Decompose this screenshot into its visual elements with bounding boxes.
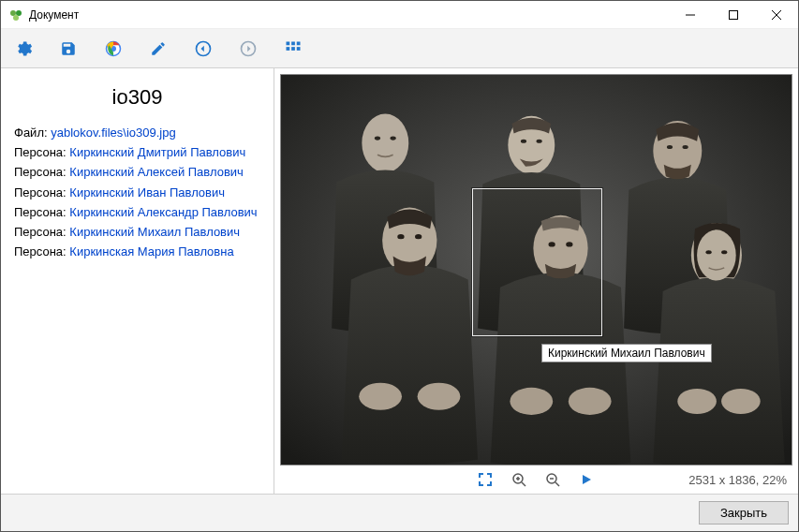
content-area: io309 Файл: yablokov.files\io309.jpg Пер…: [1, 68, 798, 494]
file-link[interactable]: yablokov.files\io309.jpg: [51, 126, 175, 140]
svg-point-28: [397, 234, 404, 239]
grid-view-button[interactable]: [278, 34, 308, 64]
fit-screen-button[interactable]: [475, 469, 496, 490]
face-selection-label: Киркинский Михаил Павлович: [541, 344, 712, 362]
person-label: Персона:: [14, 244, 69, 259]
svg-point-22: [521, 140, 526, 143]
svg-point-29: [415, 234, 422, 239]
svg-point-35: [510, 388, 553, 415]
svg-rect-13: [297, 41, 301, 45]
svg-point-30: [359, 383, 402, 410]
svg-line-44: [522, 482, 525, 486]
person-row: Персона: Киркинский Дмитрий Павлович: [14, 144, 260, 161]
svg-point-26: [683, 145, 688, 149]
file-label: Файл:: [14, 126, 48, 140]
viewer-toolbar: 2531 x 1836, 22%: [274, 466, 798, 494]
viewer: Киркинский Михаил Павлович 2531 x 1836, …: [274, 68, 798, 494]
svg-rect-4: [730, 10, 738, 19]
svg-point-0: [10, 10, 16, 16]
file-row: Файл: yablokov.files\io309.jpg: [14, 125, 260, 141]
svg-point-36: [569, 388, 612, 415]
svg-point-41: [677, 389, 717, 414]
person-row: Персона: Киркинский Александр Павлович: [14, 204, 260, 221]
svg-point-19: [375, 137, 380, 140]
image-status: 2531 x 1836, 22%: [688, 473, 787, 487]
save-button[interactable]: [53, 34, 83, 64]
svg-point-23: [537, 140, 542, 143]
svg-point-38: [697, 229, 736, 280]
maximize-button[interactable]: [712, 1, 755, 29]
svg-point-1: [16, 10, 22, 16]
person-link[interactable]: Киркинский Александр Павлович: [69, 205, 257, 219]
document-title: io309: [14, 85, 260, 110]
svg-point-42: [721, 389, 761, 414]
person-link[interactable]: Киркинский Алексей Павлович: [69, 165, 244, 179]
svg-rect-15: [291, 47, 295, 51]
person-label: Персона:: [14, 225, 69, 239]
forward-button[interactable]: [233, 34, 263, 64]
person-row: Персона: Киркинский Михаил Павлович: [14, 224, 260, 241]
close-window-button[interactable]: [755, 1, 798, 29]
close-button[interactable]: Закрыть: [699, 501, 789, 525]
person-label: Персона:: [14, 185, 69, 200]
person-row: Персона: Киркинский Алексей Павлович: [14, 164, 260, 181]
svg-point-2: [13, 15, 19, 21]
svg-point-25: [667, 145, 673, 149]
play-button[interactable]: [576, 469, 597, 490]
titlebar: Документ: [1, 1, 798, 29]
person-row: Персона: Киркинский Иван Павлович: [14, 185, 260, 201]
svg-rect-12: [291, 41, 295, 45]
svg-point-39: [705, 250, 711, 254]
person-link[interactable]: Киркинский Дмитрий Павлович: [69, 145, 245, 159]
zoom-out-button[interactable]: [542, 469, 563, 490]
sidebar: io309 Файл: yablokov.files\io309.jpg Пер…: [1, 68, 274, 494]
person-row: Персона: Киркинская Мария Павловна: [14, 244, 260, 260]
person-link[interactable]: Киркинская Мария Павловна: [69, 244, 233, 259]
zoom-in-button[interactable]: [509, 469, 529, 490]
app-icon: [8, 7, 23, 22]
person-label: Персона:: [14, 205, 69, 219]
footer: Закрыть: [1, 494, 798, 531]
person-link[interactable]: Киркинский Михаил Павлович: [69, 225, 240, 239]
face-selection-box[interactable]: [472, 188, 602, 336]
svg-point-31: [418, 383, 461, 410]
toolbar: [1, 29, 798, 68]
person-label: Персона:: [14, 165, 69, 179]
image-area[interactable]: Киркинский Михаил Павлович: [280, 74, 792, 466]
back-button[interactable]: [188, 34, 218, 64]
minimize-button[interactable]: [669, 1, 712, 29]
browser-button[interactable]: [98, 34, 128, 64]
settings-button[interactable]: [8, 34, 38, 64]
svg-rect-16: [297, 47, 301, 51]
svg-point-20: [391, 137, 396, 140]
svg-line-48: [555, 482, 559, 486]
svg-point-40: [721, 250, 727, 254]
window-title: Документ: [29, 8, 79, 22]
person-link[interactable]: Киркинский Иван Павлович: [69, 185, 225, 200]
person-label: Персона:: [14, 145, 69, 159]
svg-rect-14: [287, 47, 290, 51]
svg-rect-11: [287, 41, 290, 45]
svg-point-18: [362, 114, 408, 172]
edit-button[interactable]: [143, 34, 173, 64]
